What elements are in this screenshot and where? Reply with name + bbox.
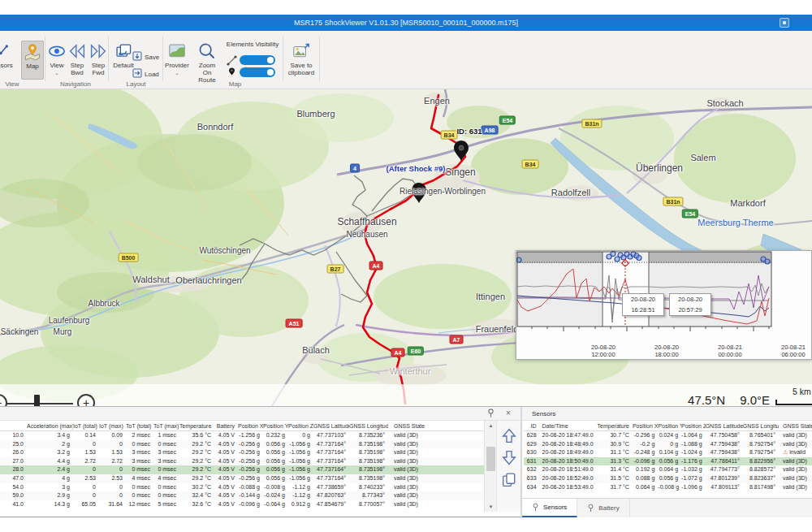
map-button[interactable]: Map [21,41,44,80]
column-header[interactable]: Position Z [288,421,313,430]
road-shield: 4 [350,164,360,173]
layout-default-button[interactable]: Default [112,41,135,80]
table-row[interactable]: 63120-08-20 18:50:49.031.3 °C-0.096 g0.0… [524,457,812,466]
latitude-readout: 47.5°N [688,393,725,406]
table-cell: 4.05 V [214,431,238,440]
zoom-on-route-button[interactable]: Zoom On Route [193,41,221,80]
column-header[interactable]: Position X [238,421,263,430]
table-cell: 31.5 °C [597,474,633,483]
table-cell: -0.256 g [238,465,263,474]
table-row[interactable]: 41.014.3 g65.0531.6412 msec5 msec32.6 °C… [0,500,484,509]
column-header[interactable]: GNSS Longitude [349,421,388,430]
step-fwd-button[interactable]: Step Fwd [88,41,109,80]
table-row[interactable]: 59.02.9 g000 msec0 msec32.4 °C4.05 V-0.1… [0,491,484,500]
table-cell: valid (3D) [779,457,812,466]
axis-ticks [532,327,769,331]
column-header[interactable]: GNSS Longitude [743,421,779,430]
column-header[interactable]: Date/Time [540,421,597,430]
table-cell: 2.4 g [27,465,73,474]
road-shield: B31n [581,119,602,128]
layout-load-button[interactable]: Load [132,67,165,80]
column-header[interactable]: Temperature [597,421,633,430]
column-header[interactable]: GNSS State [388,421,430,430]
road-shield: B27 [327,265,344,274]
table-row[interactable]: 63420-08-20 18:53:49.031.7 °C0.064 g-0.0… [524,483,812,492]
column-header[interactable]: GNSS State [779,421,812,430]
column-header[interactable]: ID [524,421,540,430]
table-row[interactable]: 54.03 g000 msec0 msec30.2 °C4.05 V-0.088… [0,483,484,492]
view-button[interactable]: View ⌄ [47,41,67,80]
column-header[interactable]: Position Z [681,421,706,430]
table-row[interactable]: 47.04 g2.532.534 msec4 msec29.2 °C4.05 V… [0,474,484,483]
table-cell: 0.064 g [658,465,681,474]
tab-battery[interactable]: Battery [577,499,629,517]
scrollbar-thumb[interactable] [486,447,495,471]
column-header[interactable]: IoT (max) [99,421,126,430]
column-header[interactable]: ToT (total) [126,421,153,430]
step-bwd-button[interactable]: Step Bwd [67,41,88,80]
copy-table-button[interactable] [500,471,518,489]
table-cell: valid (3D) [388,491,430,500]
column-header[interactable]: GNSS Latitude [313,421,349,430]
column-header[interactable]: GNSS Latitude [706,421,743,430]
table-row[interactable]: 10.03.4 g0.140.092 msec1 msec35.6 °C4.05… [0,431,484,440]
save-to-clipboard-button[interactable]: Save to clipboard [286,41,317,80]
ribbon-divider [108,37,109,81]
layout-save-button[interactable]: Save [132,50,165,63]
table-cell: 47.737164° [313,474,349,483]
table-cell: 10.0 [0,431,27,440]
table-row[interactable]: 27.04.4 g2.722.723 msec3 msec29.2 °C4.05… [0,457,484,466]
previous-shock-button[interactable] [500,427,518,445]
scroll-up-icon[interactable]: ▲ [485,421,497,430]
map-provider-icon [165,42,189,62]
table-cell: -1.056 g [288,457,313,466]
column-header[interactable]: IoT (total) [73,421,99,430]
zoom-in-button[interactable]: + [77,394,95,406]
column-header[interactable]: Battery [214,421,238,430]
map-zoom-slider[interactable] [6,403,73,404]
pin-panel-icon[interactable] [485,409,496,419]
titlebar-badge-icon[interactable] [780,18,789,28]
table-cell: -0.144 g [238,491,263,500]
overview-chart-svg[interactable] [516,251,773,332]
table-cell: 41.0 [0,500,27,509]
column-header[interactable]: Acceleration (max) [27,421,73,430]
table-cell: 0 msec [126,491,153,500]
table-cell: 47.759438° [706,448,743,457]
table-row[interactable]: 25.02 g000 msec0 msec29.2 °C4.05 V-0.256… [0,440,484,449]
provider-button[interactable]: Provider ⌄ [165,41,189,80]
table-row[interactable]: 63320-08-20 18:52:49.031.5 °C0.088 g0.05… [524,474,812,483]
markers-visibility-toggle[interactable] [240,67,275,77]
longitude-readout: 9.0°E [740,393,770,406]
column-header[interactable]: Position Y [658,421,681,430]
column-header[interactable] [0,421,27,430]
table-cell: 0.056 g [658,474,681,483]
close-panel-icon[interactable]: × [503,409,514,417]
table-row[interactable]: 26.03.2 g1.531.533 msec3 msec29.2 °C4.05… [0,448,484,457]
column-header[interactable]: Position X [633,421,658,430]
table-row[interactable]: 28.02.4 g000 msec0 msec29.2 °C4.05 V-0.2… [0,465,484,474]
column-header[interactable]: Temperature [179,421,214,430]
warning-icon: ⚠ [783,449,789,455]
table-row[interactable]: 62920-08-20 18:48:49.030.9 °C-0.2 g0 g-1… [524,440,812,449]
sensors-button[interactable]: Sensors [0,41,13,80]
table-row[interactable]: 63220-08-20 18:51:49.031.4 °C0.192 g0.06… [524,465,812,474]
table-cell: 0 [73,440,99,449]
column-header[interactable]: Position Y [263,421,288,430]
map-canvas[interactable]: Engen Stockach Bonndorf Blumberg Salem Ü… [0,89,812,406]
table-cell: 29.2 °C [179,448,214,457]
table-cell: -0.256 g [238,440,263,449]
route-visibility-toggle[interactable] [240,55,275,65]
column-header[interactable]: ToT (max) [153,421,179,430]
table-cell: -0.256 g [238,474,263,483]
scroll-down-icon[interactable]: ▼ [485,502,497,512]
table-cell: -0.248 g [633,448,658,457]
left-table-scrollbar[interactable]: ▲ ▼ [484,421,496,512]
zoom-slider-handle[interactable] [34,395,40,406]
table-cell: -1.176 g [681,457,706,466]
table-row[interactable]: 63020-08-20 18:49:49.031.1 °C-0.248 g0.1… [524,448,812,457]
tab-sensors[interactable]: Sensors [522,499,577,517]
table-cell: 29.2 °C [179,457,214,466]
table-row[interactable]: 62820-08-20 18:47:49.030.7 °C-0.296 g0.0… [524,431,812,440]
next-shock-button[interactable] [500,448,518,466]
